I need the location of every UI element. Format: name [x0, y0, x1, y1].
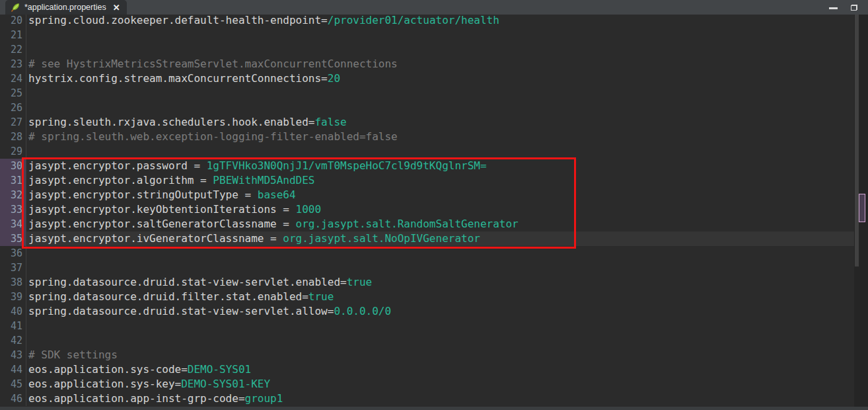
tab-bar: *application.properties ✕ — [0, 0, 868, 15]
code-line-text: spring.sleuth.rxjava.schedulers.hook.ena… — [26, 115, 868, 130]
code-line-text — [26, 28, 868, 42]
code-line[interactable]: 31jasypt.encryptor.algorithm = PBEWithMD… — [0, 173, 868, 188]
restore-icon[interactable] — [851, 5, 857, 11]
code-line[interactable]: 25 — [0, 86, 868, 101]
line-number: 26 — [0, 101, 26, 115]
code-line[interactable]: 41 — [0, 319, 868, 333]
code-line[interactable]: 20spring.cloud.zookeeper.default-health-… — [0, 15, 868, 28]
code-line[interactable]: 39spring.datasource.druid.filter.stat.en… — [0, 290, 868, 304]
code-line-text — [26, 101, 868, 115]
code-line-text: jasypt.encryptor.password = 1gTFVHko3N0Q… — [26, 159, 868, 173]
line-number: 40 — [0, 304, 26, 319]
line-number: 45 — [0, 377, 26, 391]
code-line-text — [26, 261, 868, 275]
code-line-text — [26, 86, 868, 101]
code-line[interactable]: 38spring.datasource.druid.stat-view-serv… — [0, 275, 868, 290]
code-line[interactable]: 22 — [0, 42, 868, 57]
code-line-text: spring.datasource.druid.filter.stat.enab… — [26, 290, 868, 304]
line-number: 44 — [0, 362, 26, 377]
code-line-text: jasypt.encryptor.keyObtentionIterations … — [26, 202, 868, 217]
code-line[interactable]: 42 — [0, 333, 868, 348]
code-line[interactable]: 34jasypt.encryptor.saltGeneratorClassnam… — [0, 217, 868, 231]
properties-file-feather-icon — [10, 3, 20, 13]
line-number: 29 — [0, 144, 26, 159]
code-line[interactable]: 28# spring.sleuth.web.exception-logging-… — [0, 130, 868, 144]
code-line[interactable]: 46eos.application.app-inst-grp-code=grou… — [0, 391, 868, 406]
code-line[interactable]: 30jasypt.encryptor.password = 1gTFVHko3N… — [0, 159, 868, 173]
line-number: 36 — [0, 246, 26, 261]
tab-title: *application.properties — [24, 3, 106, 12]
line-number: 27 — [0, 115, 26, 130]
tab-close-icon[interactable]: ✕ — [113, 3, 120, 12]
code-line-text: eos.application.app-inst-grp-code=group1 — [26, 391, 868, 406]
line-number: 23 — [0, 57, 26, 71]
code-line[interactable]: 21 — [0, 28, 868, 42]
code-line-text: # see HystrixMetricsStreamServlet.maxCon… — [26, 57, 868, 71]
code-line[interactable]: 32jasypt.encryptor.stringOutputType = ba… — [0, 188, 868, 202]
line-number: 34 — [0, 217, 26, 231]
vertical-scrollbar-thumb[interactable] — [855, 15, 859, 266]
line-number: 33 — [0, 202, 26, 217]
line-number: 32 — [0, 188, 26, 202]
window-controls — [829, 0, 857, 15]
line-number: 39 — [0, 290, 26, 304]
line-number: 22 — [0, 42, 26, 57]
line-number: 20 — [0, 15, 26, 28]
line-number: 35 — [0, 231, 26, 246]
code-line-text: jasypt.encryptor.saltGeneratorClassname … — [26, 217, 868, 231]
overview-ruler — [854, 15, 868, 407]
code-line-text: spring.datasource.druid.stat-view-servle… — [26, 304, 868, 319]
code-line-text: eos.application.sys-code=DEMO-SYS01 — [26, 362, 868, 377]
code-line[interactable]: 27spring.sleuth.rxjava.schedulers.hook.e… — [0, 115, 868, 130]
line-number: 43 — [0, 348, 26, 362]
line-number: 24 — [0, 71, 26, 86]
code-line[interactable]: 45eos.application.sys-key=DEMO-SYS01-KEY — [0, 377, 868, 391]
window-bottom-edge — [0, 407, 868, 410]
ide-window: *application.properties ✕ 20spring.cloud… — [0, 0, 868, 410]
code-line-text: jasypt.encryptor.algorithm = PBEWithMD5A… — [26, 173, 868, 188]
code-line-text — [26, 319, 868, 333]
code-line[interactable]: 37 — [0, 261, 868, 275]
line-number: 38 — [0, 275, 26, 290]
code-line[interactable]: 26 — [0, 101, 868, 115]
code-line[interactable]: 29 — [0, 144, 868, 159]
overview-ruler-marker[interactable] — [859, 194, 865, 222]
code-line[interactable]: 33jasypt.encryptor.keyObtentionIteration… — [0, 202, 868, 217]
tab-application-properties[interactable]: *application.properties ✕ — [5, 0, 127, 15]
line-number: 31 — [0, 173, 26, 188]
line-number: 41 — [0, 319, 26, 333]
line-number: 37 — [0, 261, 26, 275]
code-line[interactable]: 40spring.datasource.druid.stat-view-serv… — [0, 304, 868, 319]
code-line-text — [26, 42, 868, 57]
code-line[interactable]: 36 — [0, 246, 868, 261]
code-line-text: spring.datasource.druid.stat-view-servle… — [26, 275, 868, 290]
code-line-text — [26, 144, 868, 159]
code-line-text: jasypt.encryptor.ivGeneratorClassname = … — [26, 231, 868, 246]
minimize-icon[interactable] — [829, 7, 838, 9]
code-line-text — [26, 246, 868, 261]
code-line-text: jasypt.encryptor.stringOutputType = base… — [26, 188, 868, 202]
code-line-text: hystrix.config.stream.maxConcurrentConne… — [26, 71, 868, 86]
line-number: 28 — [0, 130, 26, 144]
code-line-text — [26, 333, 868, 348]
line-number: 46 — [0, 391, 26, 406]
code-lines: 20spring.cloud.zookeeper.default-health-… — [0, 15, 868, 406]
restore-front-square — [851, 5, 857, 11]
line-number: 30 — [0, 159, 26, 173]
code-line-text: # SDK settings — [26, 348, 868, 362]
code-line-text: # spring.sleuth.web.exception-logging-fi… — [26, 130, 868, 144]
line-number: 21 — [0, 28, 26, 42]
code-line[interactable]: 23# see HystrixMetricsStreamServlet.maxC… — [0, 57, 868, 71]
code-line[interactable]: 35jasypt.encryptor.ivGeneratorClassname … — [0, 231, 868, 246]
code-line[interactable]: 24hystrix.config.stream.maxConcurrentCon… — [0, 71, 868, 86]
code-line-text: spring.cloud.zookeeper.default-health-en… — [26, 15, 868, 28]
line-number: 25 — [0, 86, 26, 101]
line-number: 42 — [0, 333, 26, 348]
code-line-text: eos.application.sys-key=DEMO-SYS01-KEY — [26, 377, 868, 391]
code-line[interactable]: 43# SDK settings — [0, 348, 868, 362]
editor-pane[interactable]: 20spring.cloud.zookeeper.default-health-… — [0, 15, 868, 407]
code-line[interactable]: 44eos.application.sys-code=DEMO-SYS01 — [0, 362, 868, 377]
